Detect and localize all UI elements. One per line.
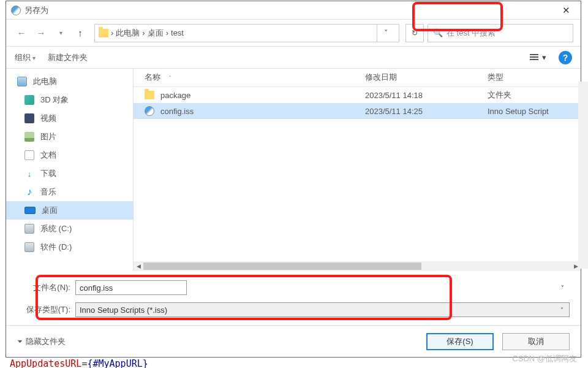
- folder-icon: [99, 29, 108, 37]
- file-row[interactable]: package2023/5/11 14:18文件夹: [134, 87, 581, 103]
- filetype-dropdown-arrow: ˅: [556, 303, 568, 316]
- filetype-label: 保存类型(T):: [17, 304, 75, 315]
- sidebar-item-label: 下载: [40, 168, 56, 179]
- sidebar-scrollbar[interactable]: [578, 82, 588, 269]
- folder-icon: [145, 91, 154, 99]
- desk-icon: [24, 207, 36, 214]
- search-placeholder: 在 test 中搜索: [447, 28, 496, 39]
- pic-icon: [24, 132, 34, 142]
- breadcrumb-dropdown[interactable]: ˅: [377, 25, 395, 42]
- sidebar-item-8[interactable]: 系统 (C:): [6, 220, 133, 238]
- sidebar-item-label: 文档: [40, 150, 56, 161]
- disk-icon: [24, 242, 34, 252]
- dl-icon: ↓: [24, 169, 34, 178]
- cancel-button[interactable]: 取消: [502, 333, 570, 350]
- view-icon: [530, 54, 538, 61]
- breadcrumb[interactable]: › 此电脑 › 桌面 › test ˅: [94, 24, 399, 42]
- breadcrumb-root[interactable]: 此电脑: [116, 28, 140, 39]
- filetype-select[interactable]: Inno Setup Scripts (*.iss) ˅: [75, 302, 570, 317]
- recent-dropdown[interactable]: ▾: [53, 25, 69, 41]
- pc-icon: [17, 77, 27, 86]
- scroll-thumb[interactable]: [143, 263, 421, 270]
- breadcrumb-folder[interactable]: 桌面: [148, 28, 164, 39]
- file-name: package: [160, 91, 190, 100]
- new-folder-button[interactable]: 新建文件夹: [48, 52, 88, 63]
- hide-folders-toggle[interactable]: ⏷隐藏文件夹: [17, 336, 66, 347]
- sidebar-item-5[interactable]: ↓下载: [6, 164, 133, 183]
- watermark: CSDN @低调网友: [512, 353, 577, 364]
- view-menu[interactable]: ▾: [530, 53, 546, 62]
- sidebar-item-label: 图片: [40, 131, 56, 142]
- column-name[interactable]: 名称ˆ: [145, 72, 365, 83]
- up-button[interactable]: ↑: [72, 25, 88, 41]
- breadcrumb-sep: ›: [111, 28, 113, 37]
- sidebar-item-0[interactable]: 此电脑: [6, 72, 133, 91]
- chevron-down-icon: ⏷: [17, 338, 23, 345]
- doc-icon: [24, 150, 34, 160]
- dialog-footer: ⏷隐藏文件夹 保存(S) 取消: [6, 325, 581, 357]
- sidebar-item-label: 音乐: [40, 186, 56, 197]
- save-as-dialog: 另存为 ✕ ← → ▾ ↑ › 此电脑 › 桌面 › test ˅ ↻ 🔍 在 …: [6, 1, 581, 358]
- column-headers: 名称ˆ 修改日期 类型: [134, 69, 581, 87]
- titlebar: 另存为 ✕: [6, 1, 581, 20]
- horizontal-scrollbar[interactable]: ◀ ▶: [134, 261, 581, 271]
- file-date: 2023/5/11 14:25: [365, 107, 488, 116]
- file-date: 2023/5/11 14:18: [365, 91, 488, 100]
- sidebar-item-label: 软件 (D:): [40, 242, 72, 253]
- iss-file-icon: [145, 106, 154, 116]
- save-form: 文件名(N): ˅ 保存类型(T): Inno Setup Scripts (*…: [6, 271, 581, 325]
- file-row[interactable]: config.iss2023/5/11 14:25Inno Setup Scri…: [134, 103, 581, 119]
- file-type: 文件夹: [488, 90, 581, 101]
- sidebar-item-1[interactable]: 3D 对象: [6, 91, 133, 109]
- sidebar-item-6[interactable]: ♪音乐: [6, 183, 133, 201]
- sidebar-item-label: 系统 (C:): [40, 223, 72, 234]
- nav-row: ← → ▾ ↑ › 此电脑 › 桌面 › test ˅ ↻ 🔍 在 test 中…: [6, 20, 581, 47]
- column-type[interactable]: 类型: [488, 72, 581, 83]
- sidebar-item-label: 3D 对象: [40, 94, 69, 105]
- scroll-left-arrow[interactable]: ◀: [134, 261, 143, 271]
- organize-menu[interactable]: 组织: [15, 52, 36, 63]
- sort-indicator: ˆ: [169, 75, 171, 81]
- file-name: config.iss: [160, 107, 194, 116]
- forward-button[interactable]: →: [33, 25, 49, 41]
- close-button[interactable]: ✕: [552, 1, 579, 19]
- film-icon: [24, 113, 34, 123]
- breadcrumb-sep: ›: [142, 28, 145, 37]
- filename-label: 文件名(N):: [17, 282, 75, 293]
- search-icon: 🔍: [433, 28, 443, 37]
- file-list-area: 名称ˆ 修改日期 类型 package2023/5/11 14:18文件夹con…: [134, 69, 581, 271]
- background-code: AppUpdatesURL={#MyAppURL}: [10, 358, 148, 368]
- app-icon: [11, 6, 21, 15]
- refresh-button[interactable]: ↻: [405, 24, 424, 42]
- back-button[interactable]: ←: [13, 25, 29, 41]
- filename-dropdown[interactable]: ˅: [556, 280, 568, 295]
- dialog-title: 另存为: [24, 5, 552, 16]
- column-date[interactable]: 修改日期: [365, 72, 488, 83]
- sidebar-item-7[interactable]: 桌面: [6, 201, 133, 220]
- sidebar-item-9[interactable]: 软件 (D:): [6, 238, 133, 256]
- filetype-value: Inno Setup Scripts (*.iss): [80, 305, 167, 315]
- sidebar-item-4[interactable]: 文档: [6, 146, 133, 164]
- sidebar-item-label: 桌面: [42, 205, 58, 216]
- filename-input[interactable]: [75, 280, 187, 295]
- search-input[interactable]: 🔍 在 test 中搜索: [428, 24, 573, 42]
- help-button[interactable]: ?: [559, 51, 572, 64]
- cube-icon: [24, 95, 34, 105]
- dialog-body: 此电脑3D 对象视频图片文档↓下载♪音乐桌面系统 (C:)软件 (D:) 名称ˆ…: [6, 69, 581, 271]
- sidebar-item-3[interactable]: 图片: [6, 128, 133, 146]
- disk-icon: [24, 224, 34, 234]
- toolbar: 组织 新建文件夹 ▾ ?: [6, 47, 581, 69]
- sidebar-item-label: 视频: [40, 113, 56, 124]
- save-button[interactable]: 保存(S): [426, 333, 494, 350]
- breadcrumb-sep: ›: [166, 28, 168, 37]
- music-icon: ♪: [24, 187, 34, 197]
- sidebar-item-2[interactable]: 视频: [6, 109, 133, 128]
- file-type: Inno Setup Script: [488, 107, 581, 116]
- sidebar: 此电脑3D 对象视频图片文档↓下载♪音乐桌面系统 (C:)软件 (D:): [6, 69, 134, 271]
- sidebar-item-label: 此电脑: [33, 76, 57, 87]
- breadcrumb-current[interactable]: test: [171, 28, 184, 37]
